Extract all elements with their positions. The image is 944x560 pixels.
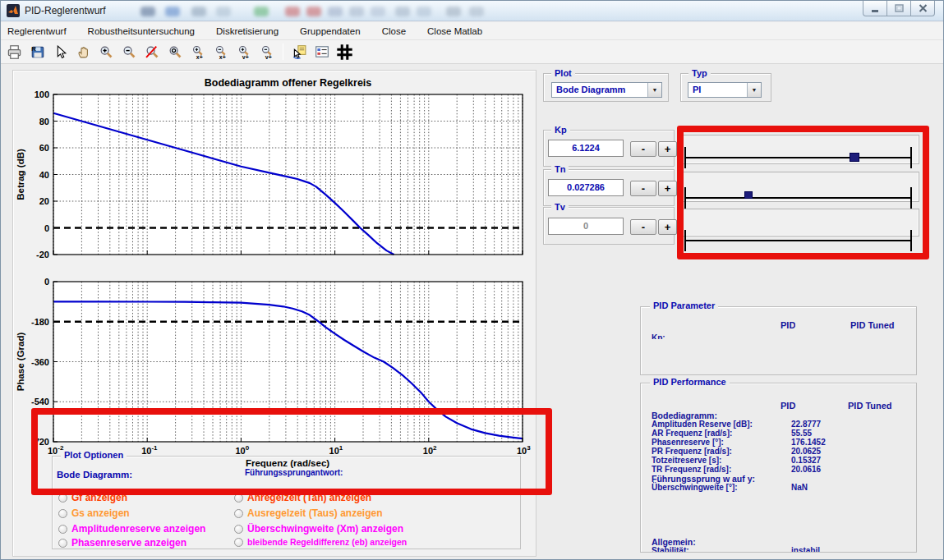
tv-input[interactable]: 0 [548, 218, 624, 235]
matlab-app-icon [7, 4, 20, 17]
blurred-taskbar-icon [165, 7, 180, 16]
kp-group-label: Kp [551, 125, 570, 135]
radio-option-amplitudenreserve-anzeigen[interactable]: Amplitudenreserve anzeigen [58, 523, 205, 535]
zoom-x-in-icon[interactable]: x+ [188, 42, 209, 62]
cursor-icon[interactable] [50, 42, 71, 62]
typ-select[interactable]: PI ▼ [688, 82, 762, 98]
maximize-button[interactable] [886, 1, 911, 16]
pid-param-col-pid: PID [781, 320, 795, 328]
close-button[interactable] [910, 1, 935, 16]
zoom-y-out-icon[interactable]: y+ [257, 42, 278, 62]
radio-icon[interactable] [58, 525, 67, 534]
radio-option-label: Gs anzeigen [71, 507, 130, 519]
menu-item-robustheitsuntersuchung[interactable]: Robustheitsuntersuchung [88, 26, 195, 36]
perf-row-label: Totzeitreserve [s]: [652, 456, 721, 465]
radio-option-label: Amplitudenreserve anzeigen [71, 523, 205, 535]
minimize-icon [871, 5, 879, 12]
radio-option-label: Ausregelzeit (Taus) anzeigen [247, 507, 382, 519]
grid-icon[interactable] [334, 42, 355, 62]
svg-text:y+: y+ [242, 53, 249, 58]
blurred-taskbar-icon [191, 7, 206, 16]
kp-input[interactable]: 6.1224 [548, 140, 624, 157]
pid-performance-title: PID Performance [650, 377, 730, 387]
close-icon [919, 4, 928, 12]
minimize-button[interactable] [863, 1, 887, 16]
pid-perf-col-pid: PID [781, 401, 795, 411]
tv-decrement-button[interactable]: - [630, 219, 656, 235]
svg-text:Phase (Grad): Phase (Grad) [16, 333, 25, 392]
pid-performance-row: TR Frequenz [rad/s]:20.0616 [652, 465, 910, 474]
blurred-taskbar-icon [417, 7, 431, 16]
kp-increment-button[interactable]: + [658, 141, 677, 157]
radio-icon[interactable] [234, 509, 243, 518]
zoom-in-icon[interactable] [96, 42, 117, 62]
pid-performance-row: Amplituden Reserve [dB]:22.8777 [652, 420, 910, 429]
zoom-y-in-icon[interactable]: y+ [234, 42, 255, 62]
pid-performance-row: Überschwingweite [°]:NaN [652, 483, 910, 492]
annotation-rect-sliders [677, 126, 929, 259]
svg-text:-540: -540 [31, 397, 49, 406]
blurred-taskbar-icon [395, 7, 410, 16]
zoom-origin-icon[interactable] [165, 42, 186, 62]
pan-icon[interactable] [73, 42, 94, 62]
tn-input[interactable]: 0.027286 [548, 179, 624, 196]
svg-text:x+: x+ [196, 53, 203, 58]
kp-decrement-button[interactable]: - [630, 141, 656, 157]
radio-icon[interactable] [58, 539, 67, 548]
tn-decrement-button[interactable]: - [630, 181, 656, 196]
blurred-taskbar-icon [306, 7, 321, 16]
zoom-reset-icon[interactable] [142, 42, 163, 62]
radio-icon[interactable] [58, 509, 67, 518]
radio-option-label: Überschwingweite (Xm) anzeigen [247, 523, 403, 535]
perf-row-label: Überschwingweite [°]: [652, 483, 738, 492]
radio-option-berschwingweite-xm-anzeigen[interactable]: Überschwingweite (Xm) anzeigen [234, 523, 403, 535]
zoom-x-out-icon[interactable]: x+ [211, 42, 232, 62]
radio-option-label: Phasenreserve anzeigen [71, 537, 186, 549]
radio-option-gs-anzeigen[interactable]: Gs anzeigen [58, 507, 130, 519]
menu-item-gruppendaten[interactable]: Gruppendaten [300, 26, 361, 36]
typ-select-value: PI [693, 85, 701, 94]
blurred-taskbar-icon [254, 7, 269, 16]
annotation-rect-plot-options [31, 408, 552, 495]
svg-text:0: 0 [44, 277, 49, 287]
perf-row-value: 22.8777 [791, 420, 821, 429]
menu-item-close[interactable]: Close [382, 26, 406, 36]
svg-text:60: 60 [39, 143, 49, 153]
print-icon[interactable] [4, 42, 25, 62]
radio-option-phasenreserve-anzeigen[interactable]: Phasenreserve anzeigen [58, 537, 186, 549]
radio-icon[interactable] [234, 525, 243, 534]
maximize-icon [895, 4, 904, 12]
zoom-out-icon[interactable] [119, 42, 140, 62]
save-icon[interactable]: R [27, 42, 48, 62]
menu-item-close-matlab[interactable]: Close Matlab [427, 26, 482, 36]
radio-option-bleibende-regeldifferenz-eb-anzeigen[interactable]: bleibende Regeldifferenz (eb) anzeigen [234, 537, 407, 547]
radio-option-label: bleibende Regeldifferenz (eb) anzeigen [247, 537, 407, 547]
pid-performance-row: Stabilität:instabil [652, 546, 910, 553]
pid-parameter-panel: PID PID Tuned Kp: [640, 306, 917, 375]
radio-icon[interactable] [234, 538, 243, 547]
blurred-taskbar-icon [140, 7, 155, 16]
perf-row-value: instabil [791, 546, 820, 553]
tn-group-label: Tn [551, 164, 569, 174]
chevron-down-icon[interactable]: ▼ [747, 83, 761, 97]
datatip-icon[interactable] [288, 42, 309, 62]
typ-group-label: Typ [688, 68, 711, 78]
menu-item-reglerentwurf[interactable]: Reglerentwurf [7, 26, 67, 36]
plot-select[interactable]: Bode Diagramm ▼ [551, 82, 662, 98]
perf-row-label: Phasenreserve [°]: [652, 438, 724, 447]
perf-row-label: AR Frequenz [rad/s]: [652, 429, 732, 438]
titlebar[interactable]: PID-Reglerentwurf [1, 1, 943, 21]
svg-text:-360: -360 [31, 357, 49, 367]
svg-text:40: 40 [39, 170, 49, 180]
menu-item-diskretisierung[interactable]: Diskretisierung [216, 26, 279, 36]
chevron-down-icon[interactable]: ▼ [647, 83, 661, 97]
tv-increment-button[interactable]: + [658, 219, 677, 235]
pid-performance-row: PR Frequenz [rad/s]:20.0625 [652, 447, 910, 456]
tn-increment-button[interactable]: + [658, 181, 677, 196]
perf-row-label: TR Frequenz [rad/s]: [652, 465, 731, 474]
legend-icon[interactable] [311, 42, 332, 62]
svg-text:R: R [31, 45, 36, 53]
svg-text:x+: x+ [219, 53, 226, 58]
pid-param-col-tuned: PID Tuned [850, 320, 895, 328]
radio-option-ausregelzeit-taus-anzeigen[interactable]: Ausregelzeit (Taus) anzeigen [234, 507, 382, 519]
